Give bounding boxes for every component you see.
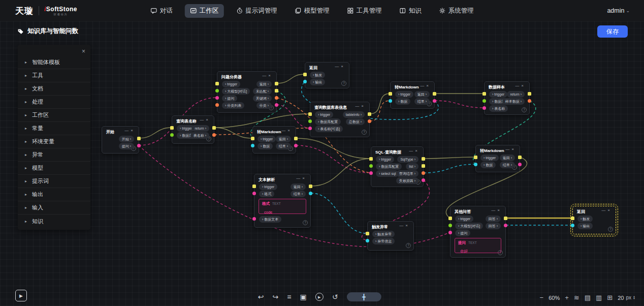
pan-button[interactable]: ╋: [346, 292, 381, 301]
input-port-数据库配置[interactable]: [308, 119, 312, 123]
output-port-回答[interactable]: [504, 224, 507, 227]
help-icon[interactable]: ?: [341, 81, 346, 86]
minimize-icon[interactable]: —: [200, 117, 206, 122]
output-port-未匹配[interactable]: [275, 89, 278, 93]
output-port-tableInfo[interactable]: [368, 112, 371, 116]
input-port-select sql[interactable]: [369, 171, 373, 175]
output-port-结果[interactable]: [433, 99, 436, 103]
nav-item-模型管理[interactable]: 模型管理: [289, 4, 335, 18]
nav-item-对话[interactable]: 对话: [145, 4, 178, 18]
help-icon[interactable]: ?: [522, 107, 527, 112]
node-return-top[interactable]: 返回—×?› 触发› 输出: [305, 62, 349, 88]
close-icon[interactable]: ×: [341, 64, 345, 69]
node-field-box[interactable]: 格式TEXTcode: [259, 199, 306, 214]
input-port-数据[interactable]: [251, 144, 254, 147]
minimize-icon[interactable]: —: [409, 148, 415, 153]
close-icon[interactable]: ×: [415, 148, 420, 153]
run-icon[interactable]: ▶: [315, 293, 324, 301]
close-icon[interactable]: ×: [302, 176, 307, 180]
stepper-down-icon[interactable]: ▾: [633, 298, 635, 299]
output-port-表名称[interactable]: [212, 133, 216, 137]
output-port-总数据[interactable]: [368, 119, 371, 123]
output-port-关键词[interactable]: [275, 96, 278, 100]
nav-item-系统管理[interactable]: 系统管理: [434, 4, 479, 18]
sidebar-item-文档[interactable]: ▸文档: [18, 82, 90, 96]
input-port-trigger[interactable]: [170, 126, 174, 130]
output-port-返回[interactable]: [309, 185, 312, 188]
input-port-数据库配置[interactable]: [482, 99, 486, 103]
sidebar-item-环境变量[interactable]: ▸环境变量: [18, 135, 90, 148]
node-other-qa[interactable]: 其他问答—×?› trigger› 大模型[对话]› 提问回答 ›回答 ›提问T…: [450, 206, 506, 258]
sidebar-item-工具[interactable]: ▸工具: [18, 69, 90, 82]
node-to-markdown-top[interactable]: 转Markdown—×?› trigger› 数据返回 ›结果 ›: [390, 81, 435, 109]
minimize-icon[interactable]: —: [601, 208, 607, 212]
node-to-markdown-left[interactable]: 转Markdown—×?› trigger› 数据返回 ›结果 ›: [252, 126, 296, 154]
node-query-table-name[interactable]: 查询表名称—×?› trigger› 数据库配置return ›表名称 ›: [172, 115, 214, 144]
nav-item-工作区[interactable]: 工作区: [185, 4, 224, 18]
input-port-trigger[interactable]: [369, 157, 373, 161]
sidebar-item-工作区[interactable]: ▸工作区: [18, 109, 90, 122]
output-port-提问[interactable]: [137, 144, 141, 147]
zoom-in-button[interactable]: +: [565, 294, 569, 301]
node-text-parse[interactable]: 文本解析—×?› trigger› 格式› 数据文本返回 ›结果 ›格式TEXT…: [254, 174, 311, 228]
outline-icon[interactable]: ≡: [287, 293, 291, 300]
input-port-数据文本[interactable]: [252, 217, 256, 221]
close-icon[interactable]: ×: [206, 117, 210, 122]
redo-icon[interactable]: ↪: [273, 293, 279, 300]
output-port-返回[interactable]: [518, 156, 522, 159]
input-port-trigger[interactable]: [448, 217, 452, 220]
close-icon[interactable]: ×: [131, 128, 135, 133]
input-port-格式[interactable]: [252, 192, 256, 195]
input-port-表名称[可选][interactable]: [308, 127, 312, 130]
input-port-数据[interactable]: [474, 163, 477, 166]
output-port-return[interactable]: [212, 126, 216, 130]
input-port-trigger[interactable]: [389, 92, 392, 96]
close-icon[interactable]: ×: [287, 128, 292, 133]
run-panel-button[interactable]: ▶: [15, 290, 27, 301]
sidebar-item-智能体模板[interactable]: ▸智能体模板: [18, 56, 90, 69]
minimize-icon[interactable]: —: [281, 128, 287, 133]
close-icon[interactable]: ×: [426, 83, 431, 88]
minimize-icon[interactable]: —: [399, 223, 405, 228]
close-icon[interactable]: ×: [497, 208, 502, 212]
input-port-表名称[interactable]: [482, 106, 486, 110]
output-port-失败原因[interactable]: [422, 178, 425, 182]
minimize-icon[interactable]: —: [491, 208, 497, 212]
output-port-返回[interactable]: [275, 82, 278, 85]
node-return-right[interactable]: 返回—×?› 触发› 输出: [572, 206, 616, 234]
output-port-样本数据[interactable]: [528, 99, 531, 103]
close-icon[interactable]: ×: [405, 223, 410, 228]
help-icon[interactable]: ?: [608, 227, 613, 232]
input-port-异常信息[interactable]: [366, 239, 369, 242]
layers-icon[interactable]: ≋: [574, 294, 579, 301]
node-query-table-info[interactable]: 查询数据库表信息—×?› trigger› 数据库配置› 表名称[可选]tabl…: [310, 102, 370, 137]
close-icon[interactable]: ×: [521, 83, 526, 88]
sidebar-item-知识[interactable]: ▸知识: [18, 215, 90, 228]
minimize-icon[interactable]: —: [296, 176, 302, 180]
close-icon[interactable]: ×: [82, 48, 85, 55]
input-port-大模型[对话][interactable]: [448, 224, 452, 227]
input-port-分类列表[interactable]: [215, 103, 219, 107]
output-port-结果[interactable]: [518, 163, 522, 166]
input-port-触发异常[interactable]: [366, 232, 369, 235]
input-port-触发[interactable]: [571, 217, 574, 220]
close-icon[interactable]: ×: [607, 208, 612, 212]
sidebar-item-处理[interactable]: ▸处理: [18, 96, 90, 109]
output-port-返回[interactable]: [294, 137, 298, 140]
minimize-icon[interactable]: —: [124, 128, 131, 133]
node-question-classifier[interactable]: 问题分类器—×?› trigger› 大模型[对话]› 提问› 分类列表返回 ›…: [217, 71, 277, 113]
help-icon[interactable]: ?: [362, 130, 367, 135]
minimize-icon[interactable]: —: [420, 83, 426, 88]
grid-size-value[interactable]: 20: [618, 295, 624, 301]
output-port-返回[interactable]: [433, 92, 436, 96]
zoom-out-button[interactable]: −: [540, 294, 544, 301]
minimize-icon[interactable]: —: [505, 147, 511, 151]
sidebar-item-提示词[interactable]: ▸提示词: [18, 175, 90, 188]
sidebar-item-常量[interactable]: ▸常量: [18, 122, 90, 135]
output-port-分类[interactable]: [275, 103, 278, 107]
input-port-大模型[对话][interactable]: [215, 89, 219, 93]
minimize-icon[interactable]: —: [335, 64, 341, 69]
align-vertical-icon[interactable]: ▥: [596, 294, 602, 301]
nav-item-提示词管理[interactable]: 提示词管理: [231, 4, 282, 18]
output-port-回答[interactable]: [504, 217, 507, 220]
